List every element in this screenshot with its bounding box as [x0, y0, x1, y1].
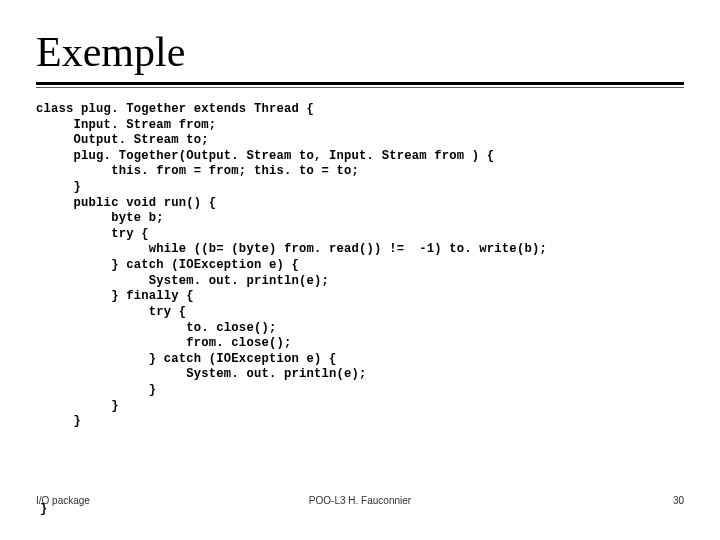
title-rule-dark [36, 82, 684, 85]
footer-center: POO-L3 H. Fauconnier [309, 495, 411, 506]
code-closing-brace: } [40, 502, 47, 516]
title-rule-light [36, 87, 684, 88]
slide-title: Exemple [36, 28, 684, 76]
footer-page-number: 30 [673, 495, 684, 506]
slide-footer: I/O package POO-L3 H. Fauconnier 30 [0, 495, 720, 506]
code-block: class plug. Together extends Thread { In… [36, 102, 684, 430]
